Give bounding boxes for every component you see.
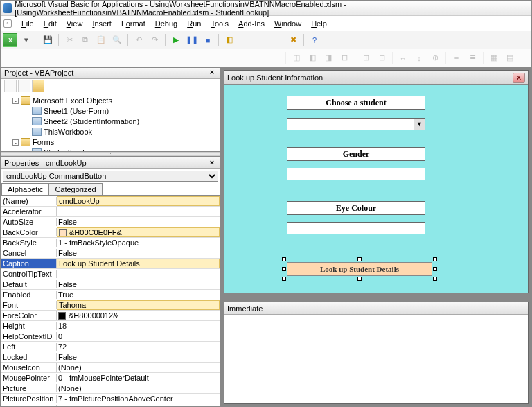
tree-item[interactable]: -Forms (4, 137, 217, 148)
property-row[interactable]: (Name)cmdLookUp (1, 196, 220, 207)
property-row[interactable]: MousePointer0 - fmMousePointerDefault (1, 373, 220, 383)
property-row[interactable]: Picture(None) (1, 383, 220, 394)
property-value[interactable]: Tahoma (57, 300, 220, 310)
selected-control-cmdLookUp[interactable]: Look up Student Details (284, 259, 435, 279)
view-code-icon[interactable] (4, 80, 17, 92)
property-value[interactable]: False (57, 218, 220, 226)
view-object-icon[interactable] (18, 80, 30, 92)
close-icon[interactable]: × (207, 158, 217, 168)
property-value[interactable]: 6 (57, 405, 220, 406)
copy-icon[interactable]: ⧉ (78, 33, 92, 47)
property-row[interactable]: MouseIcon(None) (1, 363, 220, 373)
property-value[interactable]: 1 - fmBackStyleOpaque (57, 239, 220, 247)
tree-toggle-icon[interactable]: - (12, 98, 19, 104)
label-choose-student[interactable]: Choose a student (287, 96, 425, 110)
property-value[interactable]: True (57, 291, 220, 299)
save-icon[interactable]: 💾 (41, 33, 55, 47)
toggle-folders-icon[interactable] (32, 80, 44, 92)
properties-icon[interactable]: ☷ (254, 33, 268, 47)
userform-designer[interactable]: Look up Student Information X Choose a s… (224, 70, 529, 293)
undo-icon[interactable]: ↶ (132, 33, 145, 47)
immediate-window[interactable]: Immediate × (224, 302, 529, 404)
property-value[interactable]: False (57, 280, 220, 288)
tree-item[interactable]: ThisWorkbook (4, 127, 217, 137)
pause-icon[interactable]: ❚❚ (185, 33, 199, 47)
cmdLookUp-button[interactable]: Look up Student Details (287, 262, 432, 276)
find-icon[interactable]: 🔍 (110, 33, 124, 47)
property-value[interactable]: (None) (57, 363, 220, 372)
property-row[interactable]: ControlTipText (1, 269, 220, 279)
property-row[interactable]: AutoSizeFalse (1, 217, 220, 227)
property-row[interactable]: EnabledTrue (1, 290, 220, 300)
property-value[interactable]: False (57, 249, 220, 257)
menu-view[interactable]: View (62, 18, 87, 29)
resize-handle[interactable] (433, 267, 437, 271)
menu-window[interactable]: Window (270, 18, 305, 29)
textbox-eye-colour[interactable] (287, 222, 425, 234)
property-row[interactable]: LockedFalse (1, 352, 220, 363)
project-explorer-icon[interactable]: ☰ (238, 33, 252, 47)
cut-icon[interactable]: ✂ (62, 33, 76, 47)
property-row[interactable]: CancelFalse (1, 248, 220, 259)
tree-toggle-icon[interactable]: - (12, 139, 19, 146)
run-icon[interactable]: ▶ (169, 33, 183, 47)
combo-student[interactable]: ▼ (287, 118, 425, 130)
resize-handle[interactable] (357, 257, 362, 261)
property-row[interactable]: HelpContextID0 (1, 331, 220, 342)
help-icon[interactable]: ? (308, 33, 321, 47)
resize-handle[interactable] (282, 257, 286, 261)
toolbox-icon[interactable]: ✖ (286, 33, 300, 47)
window-control-icon[interactable]: ▫ (3, 19, 12, 28)
excel-icon[interactable]: X (3, 33, 17, 47)
property-value[interactable]: 72 (57, 343, 220, 351)
textbox-gender[interactable] (287, 168, 425, 180)
tree-item[interactable]: Sheet1 (UserForm) (4, 106, 217, 116)
chevron-down-icon[interactable]: ▼ (414, 119, 425, 130)
property-row[interactable]: CaptionLook up Student Details (1, 259, 220, 269)
menu-insert[interactable]: Insert (88, 18, 116, 29)
property-value[interactable]: &H00C0E0FF& (57, 227, 220, 237)
menu-file[interactable]: File (17, 18, 38, 29)
property-row[interactable]: PicturePosition7 - fmPicturePositionAbov… (1, 394, 220, 404)
property-row[interactable]: ForeColor&H80000012& (1, 311, 220, 321)
immediate-textarea[interactable] (224, 315, 528, 403)
resize-handle[interactable] (433, 277, 437, 281)
menu-help[interactable]: Help (307, 18, 331, 29)
property-row[interactable]: TabIndex6 (1, 404, 220, 406)
paste-icon[interactable]: 📋 (94, 33, 108, 47)
tree-item[interactable]: Sheet2 (StudentInformation) (4, 116, 217, 127)
property-row[interactable]: Accelerator (1, 207, 220, 217)
property-value[interactable]: Look up Student Details (57, 259, 220, 268)
property-value[interactable]: cmdLookUp (57, 196, 220, 206)
resize-handle[interactable] (282, 267, 286, 271)
label-eye-colour[interactable]: Eye Colour (287, 201, 425, 215)
property-value[interactable]: 0 (57, 332, 220, 340)
properties-grid[interactable]: (Name)cmdLookUpAcceleratorAutoSizeFalseB… (1, 196, 220, 406)
property-row[interactable]: Height18 (1, 321, 220, 331)
stop-icon[interactable]: ■ (201, 33, 215, 47)
property-value[interactable]: 7 - fmPicturePositionAboveCenter (57, 395, 220, 403)
menu-run[interactable]: Run (183, 18, 205, 29)
close-icon[interactable]: × (207, 68, 217, 78)
menu-addins[interactable]: Add-Ins (234, 18, 269, 29)
dropdown-icon[interactable]: ▾ (19, 33, 33, 47)
property-row[interactable]: BackColor&H00C0E0FF& (1, 227, 220, 238)
property-value[interactable]: &H80000012& (57, 311, 220, 320)
property-value[interactable]: (None) (57, 384, 220, 392)
menu-format[interactable]: Format (117, 18, 150, 29)
object-selector[interactable]: cmdLookUp CommandButton (3, 171, 218, 182)
menu-debug[interactable]: Debug (151, 18, 181, 29)
property-row[interactable]: FontTahoma (1, 300, 220, 311)
project-tree[interactable]: -Microsoft Excel ObjectsSheet1 (UserForm… (1, 94, 220, 151)
tree-item[interactable]: -Microsoft Excel Objects (4, 96, 217, 106)
tab-alphabetic[interactable]: Alphabetic (1, 183, 49, 195)
resize-handle[interactable] (357, 277, 362, 281)
close-icon[interactable]: X (513, 73, 525, 83)
design-mode-icon[interactable]: ◧ (222, 33, 236, 47)
menu-tools[interactable]: Tools (206, 18, 233, 29)
property-value[interactable]: False (57, 353, 220, 361)
label-gender[interactable]: Gender (287, 147, 425, 161)
property-value[interactable]: 18 (57, 322, 220, 330)
resize-handle[interactable] (282, 277, 286, 281)
property-row[interactable]: BackStyle1 - fmBackStyleOpaque (1, 238, 220, 248)
